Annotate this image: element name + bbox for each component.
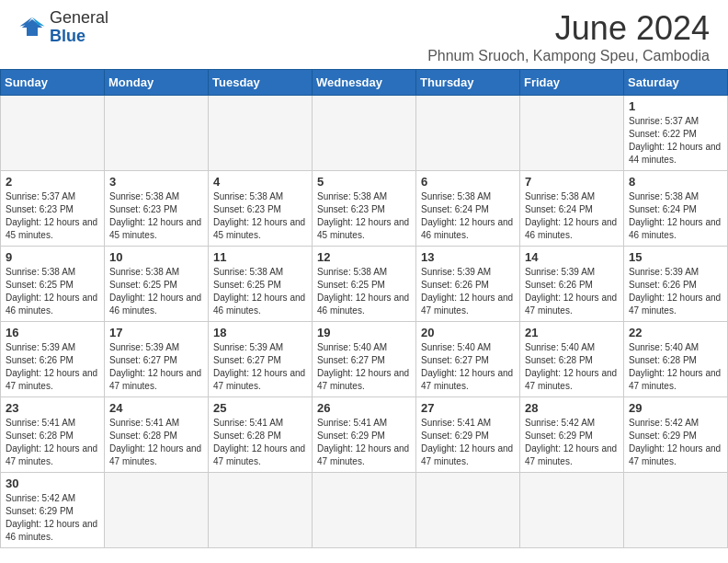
calendar-cell: 26Sunrise: 5:41 AMSunset: 6:29 PMDayligh… xyxy=(313,397,416,473)
col-tuesday: Tuesday xyxy=(209,70,313,96)
day-info: Sunrise: 5:38 AMSunset: 6:23 PMDaylight:… xyxy=(213,190,307,242)
calendar-cell: 22Sunrise: 5:40 AMSunset: 6:28 PMDayligh… xyxy=(624,322,728,397)
calendar-row-2: 2Sunrise: 5:37 AMSunset: 6:23 PMDaylight… xyxy=(1,171,728,247)
day-info: Sunrise: 5:39 AMSunset: 6:26 PMDaylight:… xyxy=(6,341,99,393)
logo: General Blue xyxy=(18,9,108,46)
calendar-cell: 15Sunrise: 5:39 AMSunset: 6:26 PMDayligh… xyxy=(624,247,728,322)
day-number: 12 xyxy=(317,250,411,264)
day-info: Sunrise: 5:40 AMSunset: 6:28 PMDaylight:… xyxy=(629,341,722,393)
logo-text: General Blue xyxy=(50,9,108,46)
calendar-cell: 14Sunrise: 5:39 AMSunset: 6:26 PMDayligh… xyxy=(520,247,624,322)
calendar-row-3: 9Sunrise: 5:38 AMSunset: 6:25 PMDaylight… xyxy=(1,247,728,322)
day-number: 18 xyxy=(213,326,307,339)
day-info: Sunrise: 5:40 AMSunset: 6:28 PMDaylight:… xyxy=(525,341,619,393)
day-number: 9 xyxy=(6,250,99,264)
col-saturday: Saturday xyxy=(624,70,728,96)
calendar-cell: 3Sunrise: 5:38 AMSunset: 6:23 PMDaylight… xyxy=(105,171,209,247)
calendar-cell: 24Sunrise: 5:41 AMSunset: 6:28 PMDayligh… xyxy=(105,397,209,473)
calendar-row-6: 30Sunrise: 5:42 AMSunset: 6:29 PMDayligh… xyxy=(1,473,728,548)
calendar-cell: 18Sunrise: 5:39 AMSunset: 6:27 PMDayligh… xyxy=(209,322,313,397)
day-info: Sunrise: 5:42 AMSunset: 6:29 PMDaylight:… xyxy=(525,417,619,468)
calendar-cell xyxy=(416,473,520,548)
calendar-row-1: 1Sunrise: 5:37 AMSunset: 6:22 PMDaylight… xyxy=(1,96,728,171)
calendar-cell xyxy=(416,96,520,171)
day-number: 7 xyxy=(525,175,619,189)
day-number: 16 xyxy=(6,326,99,339)
day-number: 6 xyxy=(421,175,515,189)
col-thursday: Thursday xyxy=(416,70,520,96)
day-info: Sunrise: 5:38 AMSunset: 6:25 PMDaylight:… xyxy=(317,266,411,317)
day-number: 8 xyxy=(629,175,722,189)
day-number: 5 xyxy=(317,175,411,189)
calendar-cell: 5Sunrise: 5:38 AMSunset: 6:23 PMDaylight… xyxy=(313,171,416,247)
calendar-cell xyxy=(105,96,209,171)
calendar-row-5: 23Sunrise: 5:41 AMSunset: 6:28 PMDayligh… xyxy=(1,397,728,473)
day-info: Sunrise: 5:38 AMSunset: 6:25 PMDaylight:… xyxy=(213,266,307,317)
day-info: Sunrise: 5:38 AMSunset: 6:25 PMDaylight:… xyxy=(6,266,99,317)
calendar-cell: 28Sunrise: 5:42 AMSunset: 6:29 PMDayligh… xyxy=(520,397,624,473)
calendar-row-4: 16Sunrise: 5:39 AMSunset: 6:26 PMDayligh… xyxy=(1,322,728,397)
calendar-cell xyxy=(105,473,209,548)
calendar-cell: 25Sunrise: 5:41 AMSunset: 6:28 PMDayligh… xyxy=(209,397,313,473)
day-number: 25 xyxy=(213,401,307,415)
page-container: General Blue June 2024 Phnum Sruoch, Kam… xyxy=(0,0,728,548)
page-header: General Blue June 2024 Phnum Sruoch, Kam… xyxy=(0,0,728,69)
day-info: Sunrise: 5:41 AMSunset: 6:28 PMDaylight:… xyxy=(6,417,99,468)
day-info: Sunrise: 5:38 AMSunset: 6:23 PMDaylight:… xyxy=(109,190,203,242)
calendar-cell: 7Sunrise: 5:38 AMSunset: 6:24 PMDaylight… xyxy=(520,171,624,247)
calendar-cell: 1Sunrise: 5:37 AMSunset: 6:22 PMDaylight… xyxy=(624,96,728,171)
calendar-cell xyxy=(520,473,624,548)
day-info: Sunrise: 5:40 AMSunset: 6:27 PMDaylight:… xyxy=(317,341,411,393)
day-number: 3 xyxy=(109,175,203,189)
day-number: 29 xyxy=(629,401,722,415)
subtitle: Phnum Sruoch, Kampong Speu, Cambodia xyxy=(427,48,710,64)
day-number: 19 xyxy=(317,326,411,339)
logo-bird-icon xyxy=(18,14,46,41)
day-info: Sunrise: 5:40 AMSunset: 6:27 PMDaylight:… xyxy=(421,341,515,393)
day-info: Sunrise: 5:39 AMSunset: 6:27 PMDaylight:… xyxy=(213,341,307,393)
col-wednesday: Wednesday xyxy=(313,70,416,96)
day-info: Sunrise: 5:39 AMSunset: 6:26 PMDaylight:… xyxy=(421,266,515,317)
main-title: June 2024 xyxy=(427,9,710,48)
day-number: 4 xyxy=(213,175,307,189)
calendar-header-row: Sunday Monday Tuesday Wednesday Thursday… xyxy=(1,70,728,96)
day-number: 27 xyxy=(421,401,515,415)
day-number: 2 xyxy=(6,175,99,189)
day-number: 15 xyxy=(629,250,722,264)
day-number: 14 xyxy=(525,250,619,264)
calendar-cell xyxy=(313,96,416,171)
day-number: 17 xyxy=(109,326,203,339)
calendar-cell: 21Sunrise: 5:40 AMSunset: 6:28 PMDayligh… xyxy=(520,322,624,397)
day-info: Sunrise: 5:38 AMSunset: 6:25 PMDaylight:… xyxy=(109,266,203,317)
day-info: Sunrise: 5:42 AMSunset: 6:29 PMDaylight:… xyxy=(629,417,722,468)
calendar-cell: 19Sunrise: 5:40 AMSunset: 6:27 PMDayligh… xyxy=(313,322,416,397)
day-info: Sunrise: 5:39 AMSunset: 6:26 PMDaylight:… xyxy=(629,266,722,317)
day-number: 13 xyxy=(421,250,515,264)
day-info: Sunrise: 5:39 AMSunset: 6:26 PMDaylight:… xyxy=(525,266,619,317)
calendar-cell: 4Sunrise: 5:38 AMSunset: 6:23 PMDaylight… xyxy=(209,171,313,247)
calendar-cell: 10Sunrise: 5:38 AMSunset: 6:25 PMDayligh… xyxy=(105,247,209,322)
calendar-cell xyxy=(624,473,728,548)
calendar-cell: 2Sunrise: 5:37 AMSunset: 6:23 PMDaylight… xyxy=(1,171,105,247)
day-number: 28 xyxy=(525,401,619,415)
calendar-cell xyxy=(1,96,105,171)
day-number: 1 xyxy=(629,99,722,113)
calendar-cell xyxy=(209,96,313,171)
calendar-cell: 6Sunrise: 5:38 AMSunset: 6:24 PMDaylight… xyxy=(416,171,520,247)
calendar-cell xyxy=(209,473,313,548)
calendar-cell: 20Sunrise: 5:40 AMSunset: 6:27 PMDayligh… xyxy=(416,322,520,397)
day-number: 20 xyxy=(421,326,515,339)
day-info: Sunrise: 5:37 AMSunset: 6:22 PMDaylight:… xyxy=(629,115,722,167)
calendar-cell: 17Sunrise: 5:39 AMSunset: 6:27 PMDayligh… xyxy=(105,322,209,397)
day-number: 21 xyxy=(525,326,619,339)
svg-marker-0 xyxy=(22,19,43,36)
calendar-cell xyxy=(520,96,624,171)
day-info: Sunrise: 5:38 AMSunset: 6:23 PMDaylight:… xyxy=(317,190,411,242)
day-number: 30 xyxy=(6,477,99,490)
day-info: Sunrise: 5:37 AMSunset: 6:23 PMDaylight:… xyxy=(6,190,99,242)
calendar-cell: 29Sunrise: 5:42 AMSunset: 6:29 PMDayligh… xyxy=(624,397,728,473)
calendar-cell: 11Sunrise: 5:38 AMSunset: 6:25 PMDayligh… xyxy=(209,247,313,322)
day-info: Sunrise: 5:39 AMSunset: 6:27 PMDaylight:… xyxy=(109,341,203,393)
day-info: Sunrise: 5:42 AMSunset: 6:29 PMDaylight:… xyxy=(6,492,99,544)
calendar-cell: 16Sunrise: 5:39 AMSunset: 6:26 PMDayligh… xyxy=(1,322,105,397)
